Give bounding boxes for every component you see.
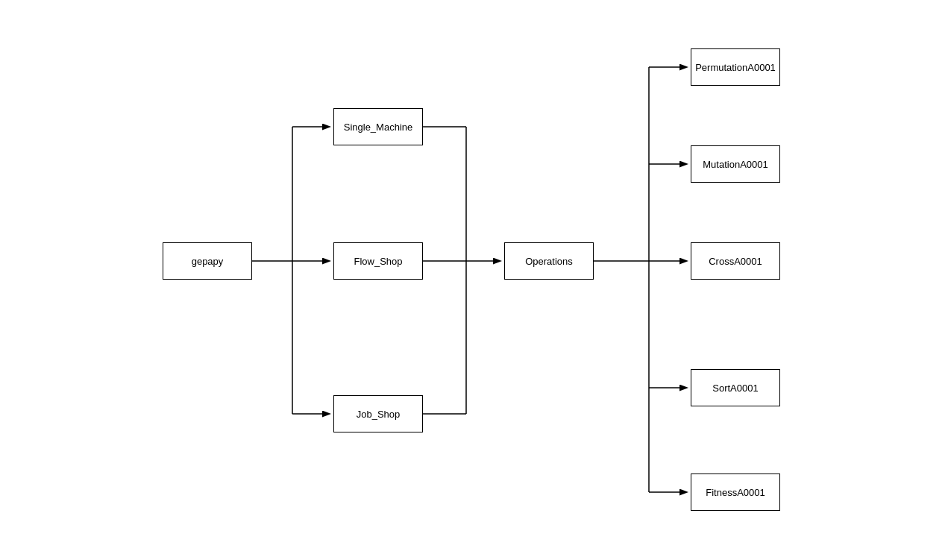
node-gepapy: gepapy [163, 242, 252, 280]
node-fitness: FitnessA0001 [691, 474, 780, 511]
node-mutation: MutationA0001 [691, 145, 780, 183]
node-cross: CrossA0001 [691, 242, 780, 280]
node-sort: SortA0001 [691, 369, 780, 406]
node-permutation: PermutationA0001 [691, 48, 780, 86]
node-single_machine: Single_Machine [333, 108, 423, 145]
diagram: gepapySingle_MachineFlow_ShopJob_ShopOpe… [0, 0, 948, 560]
node-flow_shop: Flow_Shop [333, 242, 423, 280]
node-operations: Operations [504, 242, 594, 280]
node-job_shop: Job_Shop [333, 395, 423, 432]
